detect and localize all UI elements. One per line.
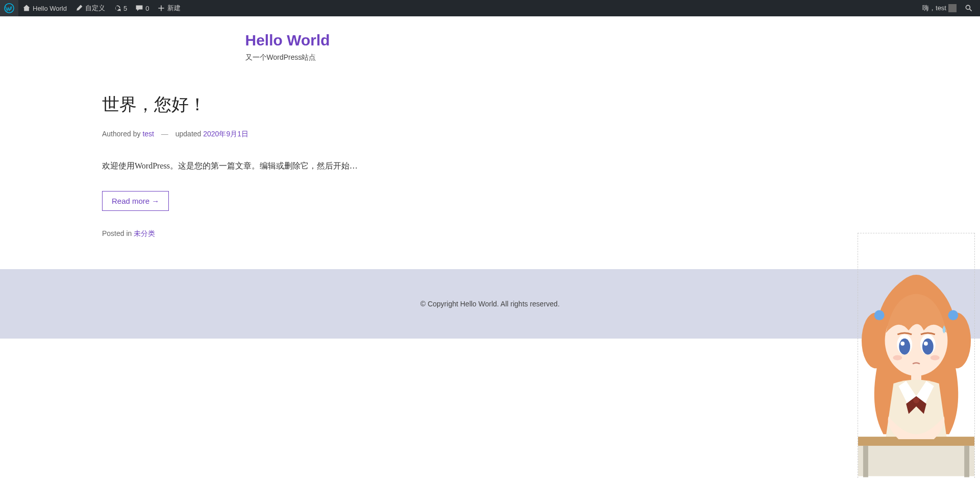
- meta-separator: —: [161, 130, 168, 138]
- posted-in-label: Posted in: [102, 229, 134, 237]
- post-title[interactable]: 世界，您好！: [102, 93, 429, 116]
- avatar: [948, 4, 957, 12]
- post-excerpt: 欢迎使用WordPress。这是您的第一篇文章。编辑或删除它，然后开始…: [102, 159, 429, 173]
- authored-by-label: Authored by: [102, 130, 142, 138]
- site-name-label: Hello World: [33, 5, 67, 12]
- category-link[interactable]: 未分类: [134, 229, 155, 237]
- author-link[interactable]: test: [142, 130, 154, 138]
- post-categories: Posted in 未分类: [102, 229, 429, 238]
- my-account-menu[interactable]: 嗨，test: [918, 0, 961, 16]
- new-content-menu[interactable]: 新建: [153, 0, 185, 16]
- new-content-label: 新建: [167, 4, 181, 13]
- site-tagline: 又一个WordPress站点: [245, 53, 735, 62]
- updates-count: 5: [123, 5, 127, 12]
- wordpress-icon: [4, 3, 14, 13]
- wp-logo-menu[interactable]: [0, 0, 18, 16]
- site-title-link[interactable]: Hello World: [245, 32, 330, 49]
- post-meta: Authored by test — updated 2020年9月1日: [102, 130, 429, 139]
- site-name-menu[interactable]: Hello World: [18, 0, 71, 16]
- customize-label: 自定义: [85, 4, 105, 13]
- comments-menu[interactable]: 0: [131, 0, 153, 16]
- updated-label: updated: [175, 130, 204, 138]
- comments-count: 0: [145, 5, 149, 12]
- post-title-link[interactable]: 世界，您好！: [102, 95, 206, 114]
- admin-bar-right: 嗨，test: [918, 0, 977, 16]
- wp-admin-bar: Hello World 自定义 5 0 新建 嗨，test: [0, 0, 980, 16]
- customize-menu[interactable]: 自定义: [71, 0, 109, 16]
- svg-point-1: [966, 5, 970, 9]
- post-date-link[interactable]: 2020年9月1日: [203, 130, 248, 138]
- site-header: Hello World 又一个WordPress站点: [235, 16, 745, 62]
- home-icon: [22, 4, 31, 12]
- search-icon: [965, 4, 973, 12]
- site-footer: © Copyright Hello World. All rights rese…: [0, 269, 980, 339]
- greeting-label: 嗨，test: [922, 4, 946, 13]
- footer-text: © Copyright Hello World. All rights rese…: [420, 300, 560, 308]
- admin-bar-left: Hello World 自定义 5 0 新建: [0, 0, 185, 16]
- brush-icon: [75, 4, 83, 12]
- comment-icon: [135, 4, 143, 12]
- updates-menu[interactable]: 5: [109, 0, 131, 16]
- post: 世界，您好！ Authored by test — updated 2020年9…: [102, 93, 429, 238]
- plus-icon: [157, 4, 165, 12]
- search-toggle[interactable]: [961, 0, 977, 16]
- read-more-button[interactable]: Read more →: [102, 191, 169, 211]
- refresh-icon: [113, 4, 121, 12]
